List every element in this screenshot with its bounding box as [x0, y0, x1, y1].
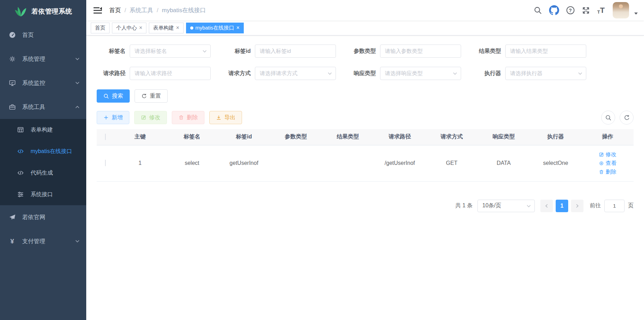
tab-profile[interactable]: 个人中心 ×	[112, 23, 146, 33]
avatar[interactable]	[613, 2, 629, 18]
sidebar-item-codegen[interactable]: 代码生成	[0, 162, 86, 184]
sidebar-item-payment[interactable]: ¥ 支付管理	[0, 229, 86, 253]
trash-icon	[178, 115, 184, 120]
fullscreen-icon[interactable]	[580, 4, 592, 17]
row-view-link[interactable]: 查看	[599, 159, 617, 167]
row-checkbox[interactable]	[105, 160, 106, 166]
breadcrumb-current: mybatis在线接口	[162, 6, 206, 14]
sidebar-item-label: 首页	[22, 31, 34, 39]
page-number-current[interactable]: 1	[556, 200, 568, 212]
reset-button[interactable]: 重置	[135, 89, 168, 103]
table-grid-icon	[17, 126, 24, 134]
sidebar-item-tools[interactable]: 系统工具	[0, 95, 86, 119]
leaf-logo-icon	[14, 6, 27, 17]
field-request-path: 请求路径	[97, 67, 222, 80]
refresh-table-button[interactable]	[620, 111, 634, 125]
sidebar-item-system[interactable]: 系统管理	[0, 47, 86, 71]
sidebar-item-mybatis[interactable]: mybatis在线接口	[0, 141, 86, 162]
sidebar-logo[interactable]: 若依管理系统	[0, 0, 86, 23]
param-type-input[interactable]	[380, 45, 461, 58]
executor-select[interactable]: 请选择执行器	[505, 67, 586, 80]
toggle-search-button[interactable]	[601, 111, 615, 125]
row-edit-link[interactable]: 修改	[599, 151, 617, 158]
sidebar-item-label: 表单构建	[31, 126, 53, 134]
eye-icon	[599, 161, 604, 166]
sidebar-item-label: 系统工具	[22, 103, 45, 111]
result-type-input[interactable]	[505, 45, 586, 58]
cell-result-type	[322, 145, 374, 181]
github-icon[interactable]	[547, 3, 561, 17]
edit-button[interactable]: 修改	[134, 111, 167, 124]
search-icon[interactable]	[532, 4, 544, 16]
row-actions: 修改 查看 删除	[582, 151, 634, 176]
request-method-select[interactable]: 请选择请求方式	[255, 67, 336, 80]
paper-plane-icon	[8, 214, 16, 221]
toolbox-icon	[8, 103, 16, 111]
close-icon[interactable]: ×	[176, 25, 179, 31]
chevron-down-icon	[75, 56, 80, 62]
col-request-method: 请求方式	[426, 129, 477, 145]
tag-name-select[interactable]: 请选择标签名	[130, 45, 211, 58]
field-param-type: 参数类型	[347, 45, 472, 58]
monitor-icon	[8, 79, 16, 87]
tab-mybatis[interactable]: mybatis在线接口 ×	[186, 23, 244, 33]
tab-home[interactable]: 首页	[91, 23, 110, 33]
page-unit-label: 页	[628, 202, 634, 209]
prev-page-button[interactable]	[540, 200, 553, 212]
chevron-down-icon	[452, 71, 458, 76]
field-executor: 执行器 请选择执行器	[472, 67, 597, 80]
sidebar-item-website[interactable]: 若依官网	[0, 205, 86, 229]
sidebar-item-monitor[interactable]: 系统监控	[0, 71, 86, 95]
page-size-select[interactable]: 10条/页	[477, 200, 535, 212]
col-result-type: 结果类型	[322, 129, 374, 145]
top-navbar: 首页 / 系统工具 / mybatis在线接口 ?	[86, 0, 644, 21]
caret-down-icon[interactable]	[634, 13, 638, 15]
breadcrumb-home[interactable]: 首页	[109, 6, 121, 14]
select-all-checkbox[interactable]	[105, 134, 106, 140]
trash-icon	[599, 169, 604, 175]
export-button[interactable]: 导出	[209, 111, 242, 124]
close-icon[interactable]: ×	[236, 25, 239, 31]
app-title: 若依管理系统	[32, 7, 72, 16]
sidebar-toggle-icon[interactable]	[92, 5, 104, 16]
gear-icon	[8, 55, 16, 63]
delete-button[interactable]: 删除	[172, 111, 204, 124]
cell-response-type: DATA	[478, 145, 530, 181]
field-label: 请求方式	[222, 70, 255, 77]
cell-tag-id: getUserInof	[218, 145, 270, 181]
col-actions: 操作	[582, 129, 634, 145]
field-label: 参数类型	[347, 48, 380, 55]
refresh-icon	[141, 93, 147, 99]
cell-request-path: /getUserInof	[374, 145, 426, 181]
active-tab-dot	[190, 26, 193, 30]
row-delete-link[interactable]: 删除	[599, 168, 617, 176]
tag-id-input[interactable]	[255, 45, 336, 58]
next-page-button[interactable]	[571, 200, 583, 212]
col-tag-name: 标签名	[166, 129, 218, 145]
cell-primary-key: 1	[114, 145, 166, 181]
breadcrumb-separator: /	[157, 7, 159, 14]
sidebar-item-label: 支付管理	[22, 238, 45, 245]
col-response-type: 响应类型	[478, 129, 530, 145]
sidebar-item-home[interactable]: 首页	[0, 23, 86, 47]
field-tag-id: 标签id	[222, 45, 347, 58]
request-path-input[interactable]	[130, 67, 211, 80]
chevron-down-icon	[75, 239, 80, 244]
add-button[interactable]: 新增	[97, 111, 129, 124]
sidebar-item-form-builder[interactable]: 表单构建	[0, 119, 86, 141]
field-label: 请求路径	[97, 70, 130, 77]
col-request-path: 请求路径	[374, 129, 426, 145]
breadcrumb: 首页 / 系统工具 / mybatis在线接口	[109, 6, 206, 14]
goto-page-input[interactable]	[604, 200, 625, 212]
tab-form-builder[interactable]: 表单构建 ×	[149, 23, 183, 33]
help-icon[interactable]: ?	[564, 4, 577, 16]
response-type-select[interactable]: 请选择响应类型	[380, 67, 461, 80]
plus-icon	[103, 115, 109, 120]
sidebar-item-api[interactable]: 系统接口	[0, 184, 86, 205]
close-icon[interactable]: ×	[139, 25, 142, 31]
cell-request-method: GET	[426, 145, 477, 181]
code-icon	[17, 169, 24, 177]
sidebar-item-label: mybatis在线接口	[31, 148, 72, 155]
font-size-icon[interactable]: TT	[595, 5, 607, 16]
search-button[interactable]: 搜索	[97, 89, 130, 103]
